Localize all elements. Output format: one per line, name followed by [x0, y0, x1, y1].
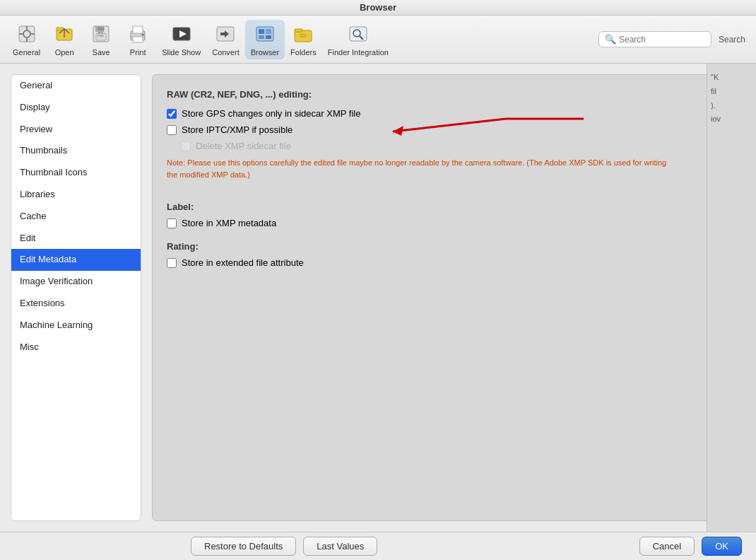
checkbox-row-store-xmp: Store in XMP metadata — [167, 218, 731, 228]
toolbar-label-browser: Browser — [251, 48, 279, 57]
toolbar-item-convert[interactable]: Convert — [206, 20, 245, 59]
sidebar-item-thumbnail-icons[interactable]: Thumbnail Icons — [11, 162, 141, 184]
svg-rect-28 — [295, 29, 302, 32]
toolbar-label-general: General — [13, 48, 40, 57]
bottom-left-actions: Restore to Defaults Last Values — [191, 537, 377, 556]
store-extended-checkbox[interactable] — [167, 258, 177, 268]
store-iptc-checkbox[interactable] — [167, 125, 177, 135]
toolbar-item-open[interactable]: Open — [46, 20, 83, 59]
delete-xmp-label: Delete XMP sidecar file — [196, 141, 291, 151]
title-bar: Browser — [0, 0, 756, 16]
right-overflow-panel: "K fil ). iov — [707, 64, 756, 532]
bottom-bar: Restore to Defaults Last Values Cancel O… — [0, 532, 756, 560]
search-input[interactable] — [619, 35, 704, 45]
sidebar-item-edit-metadata[interactable]: Edit Metadata — [11, 249, 141, 271]
toolbar-item-slideshow[interactable]: Slide Show — [156, 20, 206, 59]
ok-button[interactable]: OK — [702, 537, 742, 556]
overflow-text-1: "K — [711, 71, 752, 85]
store-gps-label: Store GPS changes only in sidecar XMP fi… — [182, 108, 360, 119]
store-xmp-label: Store in XMP metadata — [182, 218, 276, 228]
store-xmp-checkbox[interactable] — [167, 218, 177, 228]
search-box[interactable]: 🔍 — [598, 31, 711, 47]
toolbar-item-general[interactable]: General — [7, 20, 46, 59]
overflow-text-2: fil — [711, 85, 752, 99]
sidebar-item-preview[interactable]: Preview — [11, 119, 141, 141]
svg-rect-23 — [259, 29, 264, 34]
svg-rect-16 — [133, 26, 143, 33]
toolbar-item-save[interactable]: TIFF JPG PNG Save — [83, 20, 119, 59]
toolbar: General Open TIFF JPG PNG Save — [0, 16, 756, 64]
overflow-text-3: ). — [711, 99, 752, 113]
finder-icon — [347, 23, 370, 45]
bottom-right-actions: Cancel OK — [639, 537, 742, 556]
sidebar-item-extensions[interactable]: Extensions — [11, 293, 141, 315]
rating-section-title: Rating: — [167, 241, 731, 252]
checkbox-row-gps: Store GPS changes only in sidecar XMP fi… — [167, 108, 731, 119]
toolbar-item-print[interactable]: Print — [119, 20, 156, 59]
content-panel: RAW (CR2, NEF, DNG, ...) editing: Store … — [152, 74, 745, 521]
toolbar-item-folders[interactable]: Folders — [285, 20, 322, 59]
svg-point-18 — [142, 33, 144, 35]
checkbox-row-extended: Store in extended file attribute — [167, 257, 731, 268]
last-values-button[interactable]: Last Values — [303, 537, 377, 556]
convert-icon — [214, 23, 237, 45]
sidebar-item-display[interactable]: Display — [11, 97, 141, 119]
save-icon: TIFF JPG PNG — [90, 23, 112, 45]
slideshow-icon — [170, 23, 193, 45]
toolbar-label-print: Print — [130, 48, 146, 57]
title-label: Browser — [360, 2, 396, 13]
svg-rect-25 — [259, 35, 264, 39]
svg-rect-26 — [266, 35, 271, 39]
sidebar-item-edit[interactable]: Edit — [11, 228, 141, 250]
overflow-text-4: iov — [711, 112, 752, 127]
checkbox-row-iptc: Store IPTC/XMP if possible — [167, 124, 731, 135]
search-label: Search — [719, 35, 745, 45]
svg-rect-17 — [133, 37, 143, 42]
sidebar: General Display Preview Thumbnails Thumb… — [11, 74, 141, 521]
toolbar-label-convert: Convert — [212, 48, 240, 57]
delete-xmp-checkbox[interactable] — [181, 141, 191, 151]
print-icon — [126, 23, 149, 45]
label-section-title: Label: — [167, 202, 731, 212]
toolbar-label-folders: Folders — [290, 48, 317, 57]
svg-rect-22 — [256, 27, 273, 41]
general-icon — [16, 23, 38, 45]
search-icon: 🔍 — [605, 34, 616, 45]
svg-rect-24 — [266, 29, 271, 34]
sidebar-item-image-verification[interactable]: Image Verification — [11, 271, 141, 293]
toolbar-item-browser[interactable]: Browser — [245, 20, 285, 59]
restore-defaults-button[interactable]: Restore to Defaults — [191, 537, 296, 556]
cancel-button[interactable]: Cancel — [639, 537, 695, 556]
sidebar-item-misc[interactable]: Misc — [11, 337, 141, 358]
toolbar-label-save: Save — [93, 48, 110, 57]
section-title: RAW (CR2, NEF, DNG, ...) editing: — [167, 89, 731, 100]
folders-icon — [292, 23, 314, 45]
toolbar-label-slideshow: Slide Show — [162, 48, 201, 57]
main-content: General Display Preview Thumbnails Thumb… — [0, 64, 756, 532]
checkbox-row-delete-xmp: Delete XMP sidecar file — [181, 141, 731, 151]
sidebar-item-thumbnails[interactable]: Thumbnails — [11, 140, 141, 162]
store-gps-checkbox[interactable] — [167, 109, 177, 119]
store-iptc-label: Store IPTC/XMP if possible — [182, 124, 293, 135]
toolbar-item-finder[interactable]: Finder Integration — [322, 20, 394, 59]
store-extended-label: Store in extended file attribute — [182, 257, 304, 268]
sidebar-item-general[interactable]: General — [11, 75, 141, 97]
open-icon — [53, 23, 76, 45]
note-text: Note: Please use this options carefully … — [167, 157, 675, 180]
sidebar-item-cache[interactable]: Cache — [11, 206, 141, 228]
svg-text:PNG: PNG — [98, 34, 104, 37]
sidebar-item-libraries[interactable]: Libraries — [11, 184, 141, 206]
toolbar-label-finder: Finder Integration — [328, 48, 389, 57]
browser-icon — [254, 23, 276, 45]
sidebar-item-machine-learning[interactable]: Machine Learning — [11, 315, 141, 337]
svg-rect-31 — [350, 27, 367, 41]
toolbar-label-open: Open — [55, 48, 74, 57]
